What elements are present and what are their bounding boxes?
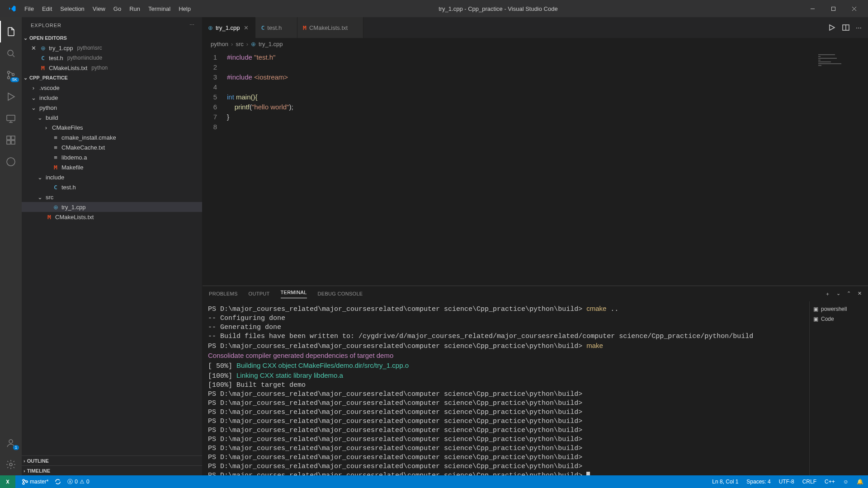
file-item[interactable]: Ctest.h — [22, 182, 202, 192]
close-window-button[interactable] — [844, 0, 864, 17]
menu-go[interactable]: Go — [110, 3, 125, 15]
svg-rect-6 — [7, 136, 10, 140]
extensions-icon[interactable] — [0, 129, 22, 151]
timeline-section[interactable]: › TIMELINE — [22, 465, 202, 475]
notifications-icon[interactable]: 🔔 — [857, 479, 863, 485]
folder-item[interactable]: ⌄python — [22, 103, 202, 113]
run-icon[interactable] — [828, 23, 836, 32]
makefile-icon: M — [39, 65, 47, 71]
svg-point-14 — [23, 479, 24, 481]
editor-tab[interactable]: ⊕try_1.cpp✕ — [203, 17, 255, 38]
close-icon[interactable]: ✕ — [242, 24, 250, 31]
open-editor-item[interactable]: ✕⊕try_1.cpppython\src — [22, 43, 202, 53]
new-terminal-icon[interactable]: ＋ — [825, 291, 830, 297]
open-editors-section[interactable]: ⌄ OPEN EDITORS — [22, 33, 202, 43]
cpp-icon: ⊕ — [208, 24, 213, 31]
open-editor-item[interactable]: Ctest.hpython\include — [22, 53, 202, 63]
menu-run[interactable]: Run — [126, 3, 144, 15]
folder-item[interactable]: ⌄include — [22, 93, 202, 103]
file-hint: python\include — [67, 55, 102, 61]
maximize-panel-icon[interactable]: ⌃ — [847, 291, 851, 297]
folder-item[interactable]: ›CMakeFiles — [22, 122, 202, 132]
cpp-icon: ⊕ — [39, 45, 47, 52]
chevron-right-icon: › — [30, 84, 37, 91]
open-editor-item[interactable]: MCMakeLists.txtpython — [22, 63, 202, 73]
tree-label: cmake_install.cmake — [61, 134, 116, 141]
feedback-icon[interactable]: ☺ — [843, 479, 849, 485]
svg-rect-9 — [11, 141, 15, 144]
svg-point-3 — [8, 77, 10, 79]
minimize-button[interactable] — [802, 0, 823, 17]
code-content[interactable]: #include "test.h" #include <iostream> in… — [225, 50, 293, 286]
menu-terminal[interactable]: Terminal — [145, 3, 174, 15]
terminal-entry-code[interactable]: ▣Code — [813, 314, 864, 324]
tree-label: libdemo.a — [61, 154, 87, 161]
chevron-right-icon: › — [42, 124, 50, 131]
branch-indicator[interactable]: master* — [22, 479, 48, 485]
menu-file[interactable]: File — [21, 3, 38, 15]
cursor-position[interactable]: Ln 8, Col 1 — [712, 479, 738, 485]
editor-tab[interactable]: Ctest.h — [255, 17, 297, 38]
close-icon[interactable]: ✕ — [30, 45, 37, 52]
close-panel-icon[interactable]: ✕ — [858, 291, 862, 297]
tree-label: src — [46, 194, 53, 201]
shell-icon: ▣ — [813, 316, 818, 322]
terminal-output[interactable]: PS D:\major_courses_related\major_course… — [203, 301, 809, 475]
folder-item[interactable]: ⌄src — [22, 192, 202, 202]
minimap[interactable] — [816, 50, 862, 286]
tab-debug-console[interactable]: DEBUG CONSOLE — [318, 291, 363, 296]
file-item[interactable]: ⊕try_1.cpp — [22, 202, 202, 212]
sync-indicator[interactable] — [55, 479, 61, 485]
editor-more-icon[interactable]: ⋯ — [856, 24, 862, 31]
problems-indicator[interactable]: ⓧ0 ⚠0 — [67, 478, 89, 486]
window-title: try_1.cpp - Cpp_practice - Visual Studio… — [194, 5, 802, 12]
encoding[interactable]: UTF-8 — [779, 479, 794, 485]
terminal-dropdown-icon[interactable]: ⌄ — [836, 291, 840, 297]
run-debug-icon[interactable] — [0, 86, 22, 108]
search-icon[interactable] — [0, 42, 22, 64]
file-item[interactable]: ≡cmake_install.cmake — [22, 132, 202, 142]
remote-indicator[interactable] — [0, 475, 15, 488]
folder-item[interactable]: ⌄build — [22, 113, 202, 122]
editor-tab[interactable]: MCMakeLists.txt — [297, 17, 363, 38]
remote-explorer-icon[interactable] — [0, 108, 22, 129]
tab-label: test.h — [267, 24, 282, 31]
indentation[interactable]: Spaces: 4 — [746, 479, 770, 485]
accounts-icon[interactable]: 1 — [0, 432, 22, 454]
svg-rect-7 — [11, 136, 15, 140]
file-item[interactable]: MMakefile — [22, 162, 202, 172]
file-hint: python\src — [77, 45, 102, 51]
file-item[interactable]: ≡CMakeCache.txt — [22, 142, 202, 152]
source-control-icon[interactable]: 5K — [0, 64, 22, 86]
tab-problems[interactable]: PROBLEMS — [209, 291, 238, 296]
menu-edit[interactable]: Edit — [38, 3, 56, 15]
breadcrumb[interactable]: python› src› ⊕ try_1.cpp — [203, 38, 868, 50]
workspace-section[interactable]: ⌄ CPP_PRACTICE — [22, 73, 202, 83]
folder-item[interactable]: ›.vscode — [22, 83, 202, 93]
menu-selection[interactable]: Selection — [57, 3, 88, 15]
github-icon[interactable] — [0, 151, 22, 173]
line-gutter: 12345678 — [203, 50, 225, 286]
sidebar-more-icon[interactable]: ⋯ — [189, 22, 195, 28]
terminal-entry-powershell[interactable]: ▣powershell — [813, 304, 864, 314]
scm-badge: 5K — [10, 77, 19, 82]
editor-area[interactable]: 12345678 #include "test.h" #include <ios… — [203, 50, 868, 286]
outline-section[interactable]: › OUTLINE — [22, 455, 202, 465]
shell-icon: ▣ — [813, 306, 818, 312]
chevron-down-icon: ⌄ — [24, 35, 28, 41]
menu-view[interactable]: View — [89, 3, 109, 15]
eol[interactable]: CRLF — [802, 479, 816, 485]
split-editor-icon[interactable] — [842, 24, 849, 31]
chevron-right-icon: › — [24, 468, 25, 474]
language-mode[interactable]: C++ — [825, 479, 835, 485]
menu-help[interactable]: Help — [175, 3, 194, 15]
file-item[interactable]: ≡libdemo.a — [22, 152, 202, 162]
file-item[interactable]: MCMakeLists.txt — [22, 212, 202, 222]
folder-item[interactable]: ⌄include — [22, 172, 202, 182]
chevron-down-icon: ⌄ — [36, 174, 43, 181]
maximize-button[interactable] — [823, 0, 844, 17]
settings-gear-icon[interactable] — [0, 454, 22, 475]
tab-terminal[interactable]: TERMINAL — [281, 290, 307, 298]
tab-output[interactable]: OUTPUT — [249, 291, 270, 296]
explorer-icon[interactable] — [0, 21, 22, 42]
